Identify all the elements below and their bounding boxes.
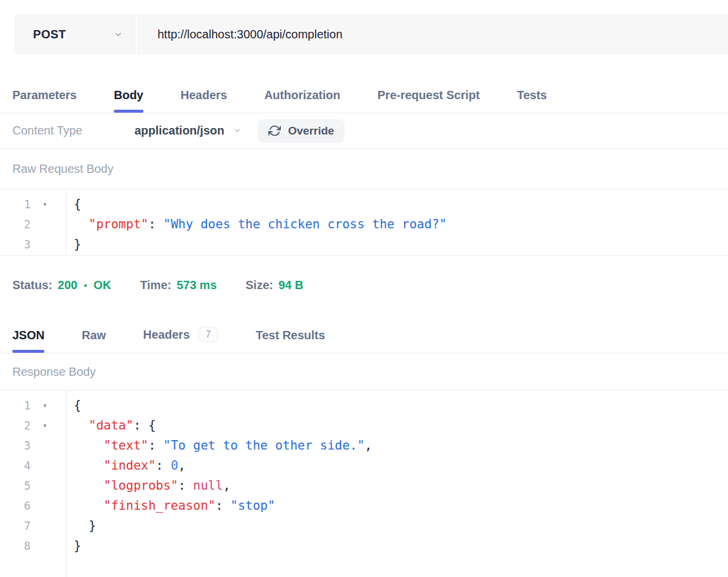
active-tab-underline — [12, 350, 44, 353]
tab-label: Body — [114, 88, 143, 102]
response-body-header: Response Body — [0, 353, 728, 391]
override-button[interactable]: Override — [258, 119, 345, 143]
chevron-down-icon — [234, 127, 241, 135]
gutter-line: 8▾ — [0, 536, 65, 556]
time-group: Time: 573 ms — [140, 278, 217, 292]
section-title: Raw Request Body — [12, 162, 113, 176]
gutter-line: 3▾ — [0, 435, 65, 455]
url-input[interactable]: http://localhost:3000/api/completion — [137, 14, 728, 54]
line-number: 3 — [11, 439, 31, 452]
tab-label: Test Results — [255, 329, 324, 342]
tab-label: Pre-request Script — [378, 88, 480, 102]
headers-count-badge: 7 — [198, 327, 219, 342]
tab-json[interactable]: JSON — [12, 329, 44, 353]
active-tab-underline — [143, 350, 219, 353]
tab-pre-request-script[interactable]: Pre-request Script — [378, 88, 480, 113]
code-line: "text": "To get to the other side.", — [74, 435, 728, 455]
code-line: } — [74, 234, 728, 254]
response-tabs: JSONRawHeaders7Test Results — [0, 314, 728, 353]
refresh-icon — [268, 124, 281, 137]
code-line: } — [74, 516, 728, 536]
tab-authorization[interactable]: Authorization — [264, 88, 340, 113]
code-line: { — [74, 194, 728, 214]
request-body-editor[interactable]: 1▾2▾3▾{ "prompt": "Why does the chicken … — [0, 189, 728, 256]
method-selector[interactable]: POST — [14, 14, 137, 54]
time-value: 573 ms — [176, 278, 217, 292]
line-number: 6 — [11, 499, 31, 512]
response-body-editor[interactable]: 1▾2▾3▾4▾5▾6▾7▾8▾{ "data": { "text": "To … — [0, 391, 728, 577]
status-group: Status: 200 • OK — [12, 278, 111, 292]
size-value: 94 B — [278, 278, 303, 292]
line-number: 7 — [11, 519, 31, 532]
gutter-line: 7▾ — [0, 516, 65, 536]
editor-gutter: 1▾2▾3▾4▾5▾6▾7▾8▾ — [0, 391, 66, 577]
line-number: 1 — [11, 399, 31, 412]
active-tab-underline — [181, 110, 227, 113]
line-number: 2 — [11, 218, 31, 231]
line-number: 3 — [11, 238, 31, 251]
line-number: 4 — [11, 459, 31, 472]
active-tab-underline — [12, 110, 77, 113]
line-number: 5 — [11, 479, 31, 492]
section-title: Response Body — [12, 365, 96, 379]
chevron-down-icon — [114, 30, 123, 39]
tab-label: Headers — [181, 88, 227, 102]
fold-arrow-icon[interactable]: ▾ — [31, 422, 59, 430]
active-tab-underline — [264, 110, 340, 113]
tab-tests[interactable]: Tests — [517, 88, 547, 113]
time-label: Time: — [140, 278, 171, 292]
fold-arrow-icon[interactable]: ▾ — [31, 402, 59, 409]
request-url-bar: POST http://localhost:3000/api/completio… — [14, 14, 728, 54]
status-label: Status: — [12, 278, 53, 292]
code-line: "logprobs": null, — [74, 476, 728, 496]
status-bullet: • — [84, 280, 87, 290]
method-label: POST — [33, 28, 66, 41]
active-tab-underline — [114, 110, 143, 113]
code-line: } — [74, 536, 728, 556]
gutter-line: 4▾ — [0, 455, 65, 476]
line-number: 2 — [11, 419, 31, 432]
size-label: Size: — [245, 278, 273, 292]
code-line: "finish_reason": "stop" — [74, 496, 728, 516]
gutter-line: 2▾ — [0, 415, 65, 435]
content-type-row: Content Type application/json Override — [0, 113, 728, 149]
request-tabs: ParametersBodyHeadersAuthorizationPre-re… — [0, 54, 728, 113]
active-tab-underline — [378, 110, 480, 113]
tab-headers[interactable]: Headers7 — [143, 327, 219, 353]
active-tab-underline — [81, 350, 106, 353]
override-label: Override — [288, 124, 334, 137]
editor-code-area[interactable]: { "prompt": "Why does the chicken cross … — [66, 189, 728, 255]
content-type-label: Content Type — [12, 124, 135, 137]
content-type-select[interactable]: application/json — [135, 124, 241, 137]
raw-request-body-header: Raw Request Body — [0, 149, 728, 189]
code-line: { — [74, 395, 728, 415]
gutter-line: 1▾ — [0, 395, 65, 415]
gutter-line: 5▾ — [0, 476, 65, 496]
tab-label: Parameters — [12, 88, 77, 102]
response-status-bar: Status: 200 • OK Time: 573 ms Size: 94 B — [0, 256, 728, 314]
active-tab-underline — [517, 110, 547, 113]
line-number: 8 — [11, 539, 31, 552]
line-number: 1 — [11, 198, 31, 211]
active-tab-underline — [255, 350, 324, 353]
tab-label: Tests — [517, 88, 547, 102]
content-type-value: application/json — [135, 124, 224, 137]
editor-gutter: 1▾2▾3▾ — [0, 189, 66, 255]
size-group: Size: 94 B — [245, 278, 303, 292]
tab-headers[interactable]: Headers — [181, 88, 227, 113]
tab-label: Headers — [143, 328, 190, 342]
gutter-line: 1▾ — [0, 194, 65, 214]
gutter-line: 6▾ — [0, 496, 65, 516]
status-text: OK — [93, 278, 111, 292]
tab-test-results[interactable]: Test Results — [255, 329, 324, 353]
tab-parameters[interactable]: Parameters — [12, 88, 77, 113]
gutter-line: 3▾ — [0, 234, 65, 254]
code-line: "prompt": "Why does the chicken cross th… — [74, 214, 728, 234]
fold-arrow-icon[interactable]: ▾ — [31, 201, 59, 208]
gutter-line: 2▾ — [0, 214, 65, 234]
tab-label: Authorization — [264, 88, 340, 102]
tab-body[interactable]: Body — [114, 88, 143, 113]
tab-raw[interactable]: Raw — [81, 329, 106, 353]
editor-code-area[interactable]: { "data": { "text": "To get to the other… — [66, 391, 728, 577]
code-line: "data": { — [74, 415, 728, 435]
